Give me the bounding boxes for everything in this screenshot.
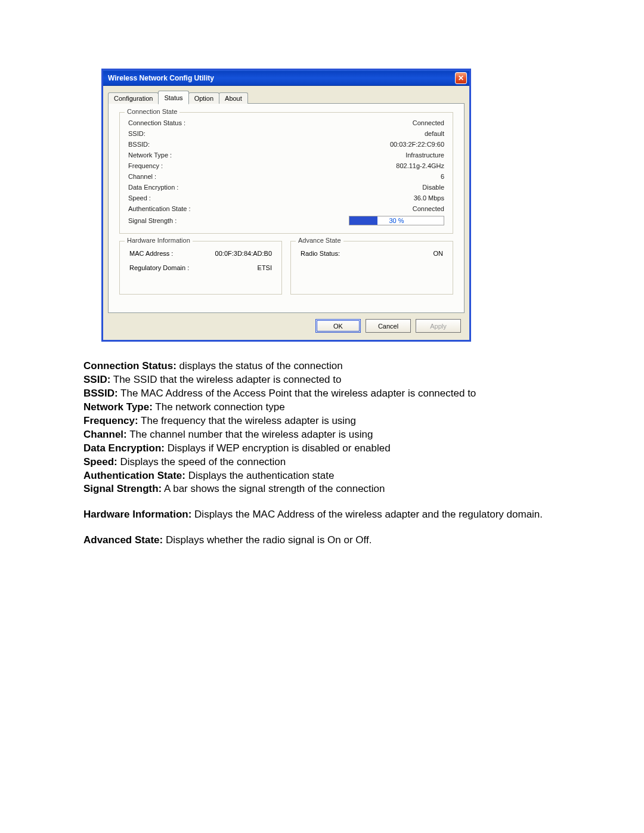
label-regulatory: Regulatory Domain : (129, 264, 189, 271)
window-body: Configuration Status Option About Connec… (103, 86, 469, 340)
label-bssid: BSSID: (128, 141, 150, 148)
tab-configuration[interactable]: Configuration (108, 92, 159, 104)
tab-strip: Configuration Status Option About (108, 91, 465, 104)
label-channel: Channel : (128, 173, 156, 180)
value-bssid: 00:03:2F:22:C9:60 (390, 141, 444, 148)
value-mac: 00:0F:3D:84:AD:B0 (215, 250, 272, 257)
doc-t2: The SSID that the wireless adapter is co… (110, 374, 341, 385)
group-connection-state: Connection State Connection Status : Con… (119, 112, 453, 234)
config-window: Wireless Network Config Utility ✕ Config… (101, 69, 471, 342)
row-connection-status: Connection Status : Connected (128, 117, 444, 128)
value-radio-status: ON (434, 250, 444, 257)
tab-status[interactable]: Status (158, 91, 188, 104)
legend-advance-state: Advance State (296, 237, 343, 244)
row-encryption: Data Encryption : Disable (128, 182, 444, 193)
legend-hardware-info: Hardware Information (125, 237, 193, 244)
legend-connection-state: Connection State (125, 108, 179, 115)
value-speed: 36.0 Mbps (414, 194, 444, 202)
label-speed: Speed : (128, 194, 151, 202)
close-icon: ✕ (458, 75, 464, 82)
doc-t1: displays the status of the connection (177, 360, 343, 371)
label-network-type: Network Type : (128, 151, 172, 159)
doc-b11: Hardware Information: (83, 509, 191, 520)
value-auth-state: Connected (413, 205, 444, 212)
doc-t7: Displays if WEP encryption is disabled o… (165, 442, 391, 454)
ok-button[interactable]: OK (315, 319, 361, 333)
doc-t10: A bar shows the signal strength of the c… (162, 483, 385, 494)
value-channel: 6 (441, 173, 444, 180)
row-radio-status: Radio Status: ON (299, 246, 444, 261)
row-mac: MAC Address : 00:0F:3D:84:AD:B0 (128, 246, 273, 261)
titlebar[interactable]: Wireless Network Config Utility ✕ (103, 70, 469, 86)
dialog-buttons: OK Cancel Apply (108, 313, 465, 334)
row-frequency: Frequency : 802.11g-2.4GHz (128, 160, 444, 171)
doc-b1: Connection Status: (83, 360, 177, 371)
label-ssid: SSID: (128, 130, 145, 137)
doc-b5: Frequency: (83, 415, 138, 426)
group-advance-state: Advance State Radio Status: ON (290, 241, 453, 295)
doc-b7: Data Encryption: (83, 442, 165, 454)
row-auth-state: Authentication State : Connected (128, 203, 444, 214)
doc-t6: The channel number that the wireless ada… (127, 429, 373, 440)
close-button[interactable]: ✕ (455, 72, 467, 84)
tab-about[interactable]: About (219, 92, 248, 104)
label-connection-status: Connection Status : (128, 119, 185, 126)
doc-b8: Speed: (83, 456, 117, 467)
documentation-text: Connection Status: displays the status o… (83, 360, 561, 547)
apply-button: Apply (416, 319, 461, 333)
value-connection-status: Connected (413, 119, 444, 126)
cancel-button[interactable]: Cancel (366, 319, 411, 333)
tab-option[interactable]: Option (188, 92, 219, 104)
window-title: Wireless Network Config Utility (108, 74, 214, 82)
signal-bar: 30 % (349, 216, 444, 225)
doc-b4: Network Type: (83, 401, 153, 413)
value-network-type: Infrastructure (405, 151, 444, 159)
value-ssid: default (425, 130, 444, 137)
doc-b12: Advanced State: (83, 534, 163, 546)
doc-t9: Displays the authentication state (185, 470, 334, 481)
label-radio-status: Radio Status: (301, 250, 340, 257)
label-frequency: Frequency : (128, 162, 163, 169)
value-encryption: Disable (422, 184, 444, 191)
signal-bar-text: 30 % (349, 216, 444, 225)
row-network-type: Network Type : Infrastructure (128, 150, 444, 160)
row-signal-strength: Signal Strength : 30 % (128, 214, 444, 227)
doc-b2: SSID: (83, 374, 110, 385)
doc-b6: Channel: (83, 429, 127, 440)
row-bssid: BSSID: 00:03:2F:22:C9:60 (128, 139, 444, 150)
label-encryption: Data Encryption : (128, 184, 178, 191)
label-auth-state: Authentication State : (128, 205, 191, 212)
row-speed: Speed : 36.0 Mbps (128, 193, 444, 203)
doc-t3: The MAC Address of the Access Point that… (118, 388, 476, 399)
doc-t8: Displays the speed of the connection (117, 456, 286, 467)
label-signal-strength: Signal Strength : (128, 217, 177, 224)
row-regulatory: Regulatory Domain : ETSI (128, 261, 273, 275)
value-regulatory: ETSI (258, 264, 272, 271)
label-mac: MAC Address : (129, 250, 173, 257)
row-ssid: SSID: default (128, 128, 444, 139)
doc-b10: Signal Strength: (83, 483, 162, 494)
doc-t5: The frequency that the wireless adapter … (138, 415, 356, 426)
doc-t4: The network connection type (153, 401, 285, 413)
doc-t12: Displays whether the radio signal is On … (163, 534, 371, 546)
doc-b3: BSSID: (83, 388, 118, 399)
tab-panel-status: Connection State Connection Status : Con… (108, 103, 465, 313)
doc-t11: Displays the MAC Address of the wireless… (191, 509, 543, 520)
doc-b9: Authentication State: (83, 470, 185, 481)
row-channel: Channel : 6 (128, 171, 444, 182)
group-hardware-info: Hardware Information MAC Address : 00:0F… (119, 241, 282, 295)
value-frequency: 802.11g-2.4GHz (396, 162, 444, 169)
